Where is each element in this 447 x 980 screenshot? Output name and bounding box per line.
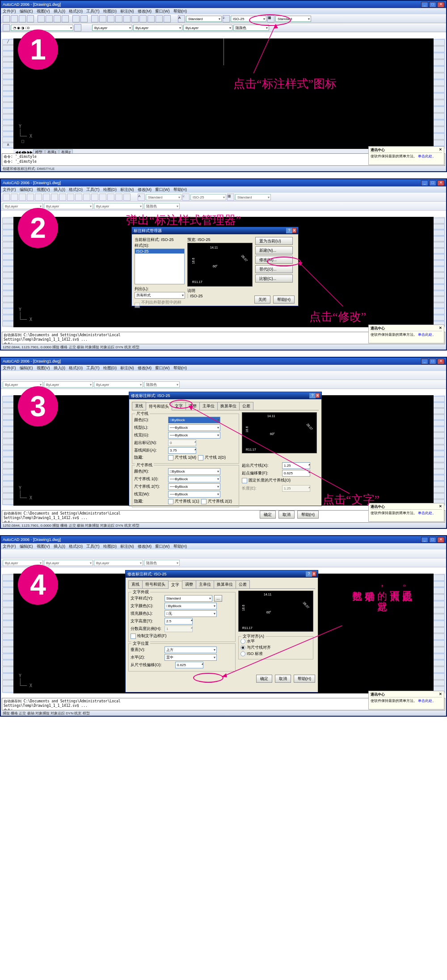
tool-icon[interactable] <box>2 587 14 594</box>
menu-dim[interactable]: 标注(N) <box>120 187 134 193</box>
textstyle-icon[interactable]: A <box>138 194 145 201</box>
tool-icon[interactable] <box>2 634 14 640</box>
rotate-icon[interactable] <box>433 80 445 86</box>
maximize-button[interactable]: □ <box>429 2 436 8</box>
tb-icon[interactable] <box>19 194 26 201</box>
tool-icon[interactable] <box>433 291 445 296</box>
tab-primary[interactable]: 主单位 <box>196 580 214 588</box>
tool-icon[interactable] <box>2 601 14 607</box>
tool-icon[interactable] <box>433 272 445 278</box>
break-icon[interactable] <box>433 113 445 119</box>
menu-draw[interactable]: 绘图(D) <box>103 187 117 193</box>
menu-draw[interactable]: 绘图(D) <box>103 8 117 14</box>
tablestyle-icon[interactable]: ▦ <box>227 194 234 201</box>
tb-icon[interactable] <box>51 194 58 201</box>
tool-icon[interactable] <box>2 284 14 290</box>
tool-icon[interactable] <box>433 587 445 594</box>
tb-icon[interactable] <box>91 194 98 201</box>
tool-icon[interactable] <box>2 481 14 487</box>
tool-icon[interactable] <box>2 230 14 236</box>
menu-edit[interactable]: 编辑(E) <box>20 187 33 193</box>
tool-icon[interactable] <box>2 242 14 248</box>
tool-icon[interactable] <box>2 445 14 451</box>
tool-icon[interactable] <box>2 686 14 693</box>
tool-icon[interactable] <box>2 315 14 321</box>
tool-icon[interactable] <box>433 581 445 587</box>
text-style-edit-button[interactable]: ... <box>214 595 222 602</box>
mirror-icon[interactable] <box>433 53 445 59</box>
zoomp-icon[interactable] <box>115 15 122 22</box>
fillet-icon[interactable] <box>433 133 445 139</box>
tool-icon[interactable] <box>2 260 14 266</box>
tool-icon[interactable] <box>433 673 445 680</box>
styles-listbox[interactable]: ISO-25 <box>135 249 185 284</box>
tool-icon[interactable] <box>2 414 14 420</box>
line-icon[interactable]: ╱ <box>2 39 14 45</box>
tool-icon[interactable] <box>433 621 445 627</box>
tool-icon[interactable] <box>433 493 445 499</box>
plotstyle-dropdown[interactable]: 随颜色 <box>144 203 180 209</box>
tool-icon[interactable] <box>2 296 14 302</box>
tool-icon[interactable] <box>2 254 14 260</box>
tool-icon[interactable] <box>2 236 14 242</box>
menu-tools[interactable]: 工具(T) <box>86 8 100 14</box>
tool-icon[interactable] <box>433 260 445 266</box>
dim-style-dropdown[interactable]: ISO-25 <box>190 194 226 200</box>
tool-icon[interactable] <box>2 457 14 463</box>
tool-icon[interactable] <box>433 680 445 686</box>
tool-icon[interactable] <box>2 279 14 284</box>
tool-icon[interactable] <box>2 654 14 660</box>
tb-icon[interactable] <box>107 194 114 201</box>
tool-icon[interactable] <box>2 673 14 680</box>
tool-icon[interactable] <box>433 427 445 432</box>
region-icon[interactable] <box>2 131 14 137</box>
tool-icon[interactable] <box>433 457 445 463</box>
tb-icon[interactable] <box>27 194 34 201</box>
tool-icon[interactable] <box>433 640 445 646</box>
tool-icon[interactable] <box>433 614 445 620</box>
tool-icon[interactable] <box>2 493 14 499</box>
tool-icon[interactable] <box>433 451 445 456</box>
tool-icon[interactable] <box>433 230 445 236</box>
tb-icon[interactable] <box>59 194 66 201</box>
new-icon[interactable] <box>3 15 10 22</box>
tool-icon[interactable] <box>433 248 445 254</box>
tool-icon[interactable] <box>433 266 445 272</box>
plot-icon[interactable] <box>27 15 34 22</box>
compare-button[interactable]: 比较(C)... <box>255 275 293 283</box>
tool-icon[interactable] <box>2 218 14 224</box>
tool-icon[interactable] <box>2 402 14 408</box>
layerprops-icon[interactable] <box>3 24 10 31</box>
text-style-dropdown[interactable]: Standard <box>186 16 222 22</box>
tb-icon[interactable] <box>75 194 82 201</box>
cc-link[interactable]: 单击此处。 <box>418 154 436 158</box>
tool-icon[interactable] <box>2 432 14 438</box>
tool-icon[interactable] <box>433 279 445 284</box>
tool-icon[interactable] <box>2 291 14 296</box>
close-button[interactable]: ✕ <box>437 180 444 186</box>
dialog-close-icon[interactable]: ✕ <box>312 571 316 576</box>
menu-modify[interactable]: 修改(M) <box>138 187 152 193</box>
fill-color-dropdown[interactable]: □ 无 <box>164 610 217 617</box>
polygon-icon[interactable] <box>2 57 14 62</box>
style-item-selected[interactable]: ISO-25 <box>135 249 184 253</box>
tool-icon[interactable] <box>433 469 445 475</box>
tool-icon[interactable] <box>433 224 445 230</box>
tool-icon[interactable] <box>2 303 14 308</box>
paste-icon[interactable] <box>54 15 61 22</box>
spline-icon[interactable] <box>2 85 14 91</box>
close-button[interactable]: ✕ <box>437 2 444 8</box>
tb-icon[interactable] <box>11 194 18 201</box>
menu-insert[interactable]: 插入(I) <box>54 8 66 14</box>
cut-icon[interactable] <box>38 15 45 22</box>
tab-lines[interactable]: 直线 <box>132 402 146 410</box>
tool-icon[interactable] <box>433 667 445 673</box>
menu-help[interactable]: 帮助(H) <box>173 8 187 14</box>
tool-icon[interactable] <box>2 266 14 272</box>
rect-icon[interactable] <box>2 62 14 68</box>
tool-icon[interactable] <box>2 627 14 634</box>
set-current-button[interactable]: 置为当前(U) <box>255 237 293 245</box>
menu-file[interactable]: 文件(F) <box>3 187 16 193</box>
sup-el2-checkbox[interactable]: 尺寸界线 2(2) <box>201 498 232 504</box>
tool-icon[interactable] <box>433 402 445 408</box>
